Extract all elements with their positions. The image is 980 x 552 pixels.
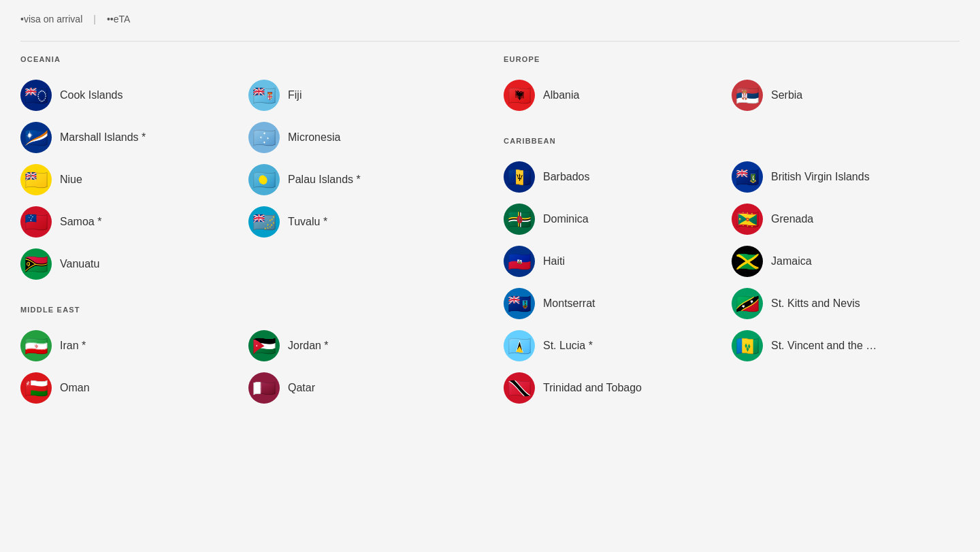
tuvalu-flag: 🇹🇻 xyxy=(248,206,280,238)
caribbean-section: CARIBBEAN 🇧🇧 Barbados 🇩🇲 Dominica 🇭🇹 Hai… xyxy=(504,137,960,409)
samoa-name: Samoa * xyxy=(60,216,101,228)
iran-flag: 🇮🇷 xyxy=(20,330,52,361)
list-item: 🇰🇳 St. Kitts and Nevis xyxy=(732,282,960,325)
middle-east-section: MIDDLE EAST 🇮🇷 Iran * 🇴🇲 Oman 🇯🇴 xyxy=(20,306,476,409)
grenada-name: Grenada xyxy=(771,213,813,225)
oceania-left-col: 🇨🇰 Cook Islands 🇲🇭 Marshall Islands * 🇳🇺… xyxy=(20,74,248,285)
caribbean-title: CARIBBEAN xyxy=(504,137,960,145)
grenada-flag: 🇬🇩 xyxy=(732,204,763,235)
fiji-name: Fiji xyxy=(288,89,301,101)
haiti-flag: 🇭🇹 xyxy=(504,246,535,277)
samoa-flag: 🇼🇸 xyxy=(20,206,52,238)
albania-flag: 🇦🇱 xyxy=(504,80,535,111)
list-item: 🇭🇹 Haiti xyxy=(504,240,732,282)
bvi-name: British Virgin Islands xyxy=(771,171,870,183)
niue-flag: 🇳🇺 xyxy=(20,164,52,195)
list-item: 🇱🇨 St. Lucia * xyxy=(504,325,732,367)
middle-east-grid: 🇮🇷 Iran * 🇴🇲 Oman 🇯🇴 Jordan * 🇶🇦 xyxy=(20,325,476,409)
list-item: 🇻🇬 British Virgin Islands xyxy=(732,156,960,198)
niue-name: Niue xyxy=(60,174,82,186)
vanuatu-flag: 🇻🇺 xyxy=(20,248,52,280)
list-item: 🇦🇱 Albania xyxy=(504,74,732,116)
oman-flag: 🇴🇲 xyxy=(20,372,52,404)
list-item: 🇩🇲 Dominica xyxy=(504,198,732,240)
europe-right-col: 🇷🇸 Serbia xyxy=(732,74,960,116)
list-item: 🇹🇹 Trinidad and Tobago xyxy=(504,367,732,409)
europe-section: EUROPE 🇦🇱 Albania 🇷🇸 Serbia xyxy=(504,55,960,116)
palau-name: Palau Islands * xyxy=(288,174,361,186)
jamaica-name: Jamaica xyxy=(771,255,812,267)
list-item: 🇲🇸 Montserrat xyxy=(504,282,732,325)
trinidad-flag: 🇹🇹 xyxy=(504,372,535,404)
dominica-name: Dominica xyxy=(543,213,589,225)
serbia-name: Serbia xyxy=(771,89,802,101)
st-vincent-flag: 🇻🇨 xyxy=(732,330,763,361)
oceania-title: OCEANIA xyxy=(20,55,476,63)
palau-flag: 🇵🇼 xyxy=(248,164,280,195)
st-lucia-flag: 🇱🇨 xyxy=(504,330,535,361)
oceania-right-col: 🇫🇯 Fiji 🇫🇲 Micronesia 🇵🇼 Palau Islands *… xyxy=(248,74,476,285)
list-item: 🇻🇺 Vanuatu xyxy=(20,243,248,285)
marshall-islands-flag: 🇲🇭 xyxy=(20,122,52,153)
legend: •visa on arrival | ••eTA xyxy=(20,14,960,25)
visa-on-arrival-legend: •visa on arrival xyxy=(20,14,82,25)
list-item: 🇹🇻 Tuvalu * xyxy=(248,201,476,243)
list-item: 🇷🇸 Serbia xyxy=(732,74,960,116)
list-item: 🇲🇭 Marshall Islands * xyxy=(20,116,248,159)
st-lucia-name: St. Lucia * xyxy=(543,340,593,352)
jamaica-flag: 🇯🇲 xyxy=(732,246,763,277)
middle-east-title: MIDDLE EAST xyxy=(20,306,476,314)
list-item: 🇶🇦 Qatar xyxy=(248,367,476,409)
qatar-name: Qatar xyxy=(288,382,315,394)
barbados-name: Barbados xyxy=(543,171,590,183)
oceania-grid: 🇨🇰 Cook Islands 🇲🇭 Marshall Islands * 🇳🇺… xyxy=(20,74,476,285)
caribbean-grid: 🇧🇧 Barbados 🇩🇲 Dominica 🇭🇹 Haiti 🇲🇸 Mont… xyxy=(504,156,960,409)
list-item: 🇯🇴 Jordan * xyxy=(248,325,476,367)
caribbean-right-col: 🇻🇬 British Virgin Islands 🇬🇩 Grenada 🇯🇲 … xyxy=(732,156,960,409)
st-kitts-flag: 🇰🇳 xyxy=(732,288,763,319)
europe-left-col: 🇦🇱 Albania xyxy=(504,74,732,116)
list-item: 🇮🇷 Iran * xyxy=(20,325,248,367)
right-column: EUROPE 🇦🇱 Albania 🇷🇸 Serbia CARI xyxy=(504,55,960,429)
europe-grid: 🇦🇱 Albania 🇷🇸 Serbia xyxy=(504,74,960,116)
micronesia-name: Micronesia xyxy=(288,131,340,144)
cook-islands-flag: 🇨🇰 xyxy=(20,80,52,111)
top-divider xyxy=(20,41,960,42)
st-kitts-name: St. Kitts and Nevis xyxy=(771,297,860,310)
qatar-flag: 🇶🇦 xyxy=(248,372,280,404)
montserrat-flag: 🇲🇸 xyxy=(504,288,535,319)
dominica-flag: 🇩🇲 xyxy=(504,204,535,235)
middle-east-right-col: 🇯🇴 Jordan * 🇶🇦 Qatar xyxy=(248,325,476,409)
vanuatu-name: Vanuatu xyxy=(60,258,99,270)
micronesia-flag: 🇫🇲 xyxy=(248,122,280,153)
list-item: 🇫🇯 Fiji xyxy=(248,74,476,116)
bvi-flag: 🇻🇬 xyxy=(732,161,763,193)
list-item: 🇧🇧 Barbados xyxy=(504,156,732,198)
list-item: 🇨🇰 Cook Islands xyxy=(20,74,248,116)
cook-islands-name: Cook Islands xyxy=(60,89,123,101)
oman-name: Oman xyxy=(60,382,90,394)
eta-legend: ••eTA xyxy=(107,14,130,25)
serbia-flag: 🇷🇸 xyxy=(732,80,763,111)
oceania-section: OCEANIA 🇨🇰 Cook Islands 🇲🇭 Marshall Isla… xyxy=(20,55,476,285)
list-item: 🇫🇲 Micronesia xyxy=(248,116,476,159)
list-item: 🇯🇲 Jamaica xyxy=(732,240,960,282)
trinidad-name: Trinidad and Tobago xyxy=(543,382,642,394)
tuvalu-name: Tuvalu * xyxy=(288,216,327,228)
jordan-flag: 🇯🇴 xyxy=(248,330,280,361)
haiti-name: Haiti xyxy=(543,255,565,267)
st-vincent-name: St. Vincent and the … xyxy=(771,340,877,352)
marshall-islands-name: Marshall Islands * xyxy=(60,131,146,144)
main-grid: OCEANIA 🇨🇰 Cook Islands 🇲🇭 Marshall Isla… xyxy=(20,55,960,429)
middle-east-left-col: 🇮🇷 Iran * 🇴🇲 Oman xyxy=(20,325,248,409)
left-column: OCEANIA 🇨🇰 Cook Islands 🇲🇭 Marshall Isla… xyxy=(20,55,476,429)
montserrat-name: Montserrat xyxy=(543,297,595,310)
list-item: 🇳🇺 Niue xyxy=(20,159,248,201)
list-item: 🇬🇩 Grenada xyxy=(732,198,960,240)
list-item: 🇻🇨 St. Vincent and the … xyxy=(732,325,960,367)
barbados-flag: 🇧🇧 xyxy=(504,161,535,193)
albania-name: Albania xyxy=(543,89,579,101)
fiji-flag: 🇫🇯 xyxy=(248,80,280,111)
caribbean-left-col: 🇧🇧 Barbados 🇩🇲 Dominica 🇭🇹 Haiti 🇲🇸 Mont… xyxy=(504,156,732,409)
list-item: 🇼🇸 Samoa * xyxy=(20,201,248,243)
